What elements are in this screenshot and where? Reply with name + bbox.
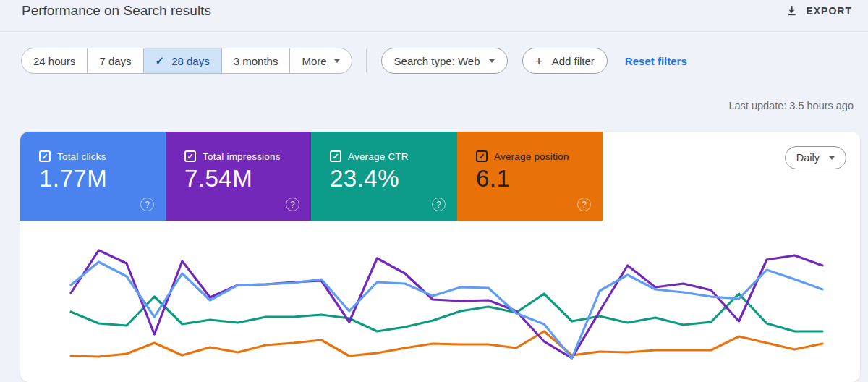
performance-card: ✓ Total clicks 1.77M ? ✓ Total impressio… [20, 132, 860, 382]
metric-value: 7.54M [184, 165, 252, 192]
add-filter-button[interactable]: + Add filter [522, 48, 608, 74]
granularity-label: Daily [796, 152, 820, 164]
checkbox-checked-icon[interactable]: ✓ [184, 150, 196, 162]
add-filter-label: Add filter [552, 55, 595, 67]
chip-28-days[interactable]: ✓ 28 days [143, 48, 221, 73]
date-range-chip-group: 24 hours 7 days ✓ 28 days 3 months More [21, 48, 352, 74]
reset-filters-link[interactable]: Reset filters [625, 55, 687, 67]
metric-value: 23.4% [330, 165, 399, 192]
check-icon: ✓ [478, 153, 485, 161]
help-icon[interactable]: ? [140, 198, 154, 211]
chart-line-total-impressions [71, 250, 822, 358]
search-type-label: Search type: Web [394, 55, 480, 67]
chip-label: 3 months [234, 55, 278, 67]
download-icon [785, 4, 799, 17]
metric-label: Average CTR [348, 151, 409, 162]
check-icon: ✓ [332, 153, 339, 161]
metric-label: Average position [494, 151, 569, 162]
metric-label: Total clicks [57, 151, 106, 162]
chip-7-days[interactable]: 7 days [87, 48, 142, 73]
performance-line-chart[interactable] [20, 221, 860, 382]
chevron-down-icon [489, 59, 495, 63]
check-icon: ✓ [156, 54, 165, 67]
checkbox-checked-icon[interactable]: ✓ [330, 150, 341, 162]
metric-value: 1.77M [39, 165, 107, 192]
checkbox-checked-icon[interactable]: ✓ [476, 150, 488, 162]
check-icon: ✓ [187, 153, 193, 161]
chip-24-hours[interactable]: 24 hours [22, 48, 87, 73]
chip-label: 28 days [171, 55, 210, 67]
search-type-dropdown[interactable]: Search type: Web [381, 48, 508, 74]
chevron-down-icon [334, 59, 340, 63]
metric-value: 6.1 [476, 165, 510, 192]
metric-card-total-impressions[interactable]: ✓ Total impressions 7.54M ? [166, 132, 311, 221]
chart-line-average-position [71, 331, 822, 357]
plus-icon: + [535, 54, 543, 68]
metric-card-average-ctr[interactable]: ✓ Average CTR 23.4% ? [311, 132, 457, 221]
checkbox-checked-icon[interactable]: ✓ [39, 150, 51, 162]
chip-3-months[interactable]: 3 months [221, 48, 290, 73]
filter-bar: 24 hours 7 days ✓ 28 days 3 months More … [21, 48, 687, 74]
chevron-down-icon [829, 156, 835, 160]
help-icon[interactable]: ? [432, 198, 446, 211]
granularity-dropdown[interactable]: Daily [785, 146, 846, 169]
chip-label: More [302, 55, 326, 67]
chip-more[interactable]: More [289, 48, 351, 73]
last-update-text: Last update: 3.5 hours ago [728, 100, 854, 111]
metric-card-total-clicks[interactable]: ✓ Total clicks 1.77M ? [20, 132, 166, 221]
help-icon[interactable]: ? [286, 198, 299, 211]
export-label: EXPORT [806, 5, 852, 17]
help-icon[interactable]: ? [577, 198, 591, 211]
header-divider [0, 31, 868, 32]
page-title: Performance on Search results [22, 3, 211, 19]
check-icon: ✓ [41, 153, 48, 161]
metric-label: Total impressions [203, 151, 281, 162]
export-button[interactable]: EXPORT [785, 4, 852, 17]
chip-label: 7 days [99, 55, 131, 67]
metric-card-average-position[interactable]: ✓ Average position 6.1 ? [457, 132, 603, 221]
chip-label: 24 hours [33, 55, 75, 67]
filter-divider [366, 49, 367, 72]
